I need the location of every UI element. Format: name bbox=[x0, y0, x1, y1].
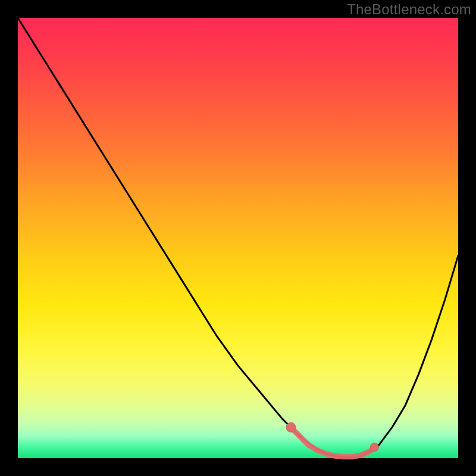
watermark-text: TheBottleneck.com bbox=[347, 1, 471, 18]
bottleneck-curve bbox=[18, 18, 458, 458]
chart-frame: TheBottleneck.com bbox=[0, 0, 476, 476]
chart-plot-area bbox=[18, 18, 458, 458]
bottleneck-curve-path bbox=[18, 18, 458, 458]
range-endpoint-marker bbox=[286, 422, 296, 432]
optimal-range-segment bbox=[291, 427, 375, 457]
range-endpoint-marker bbox=[370, 443, 378, 452]
